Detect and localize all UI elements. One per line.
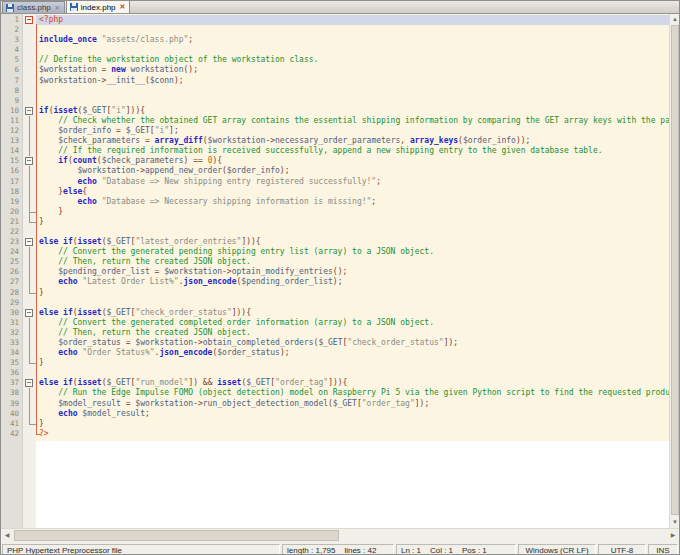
- fold-collapse-icon[interactable]: [23, 15, 36, 25]
- status-doc-type: PHP Hypertext Preprocessor file: [2, 544, 280, 555]
- code-text: $workstation->append_new_order($order_in…: [36, 166, 669, 176]
- fold-collapse-icon[interactable]: [23, 106, 36, 116]
- tab-index.php[interactable]: index.php✕: [66, 0, 131, 13]
- fold-marker: [23, 399, 36, 409]
- code-text: [36, 227, 669, 237]
- line-number: 4: [1, 45, 23, 55]
- active-fold-line: [36, 24, 37, 434]
- code-text: else if(isset($_GET["latest_order_entrie…: [36, 237, 669, 247]
- code-line[interactable]: 17 echo "Database => New shipping entry …: [1, 177, 669, 187]
- code-text: echo $model_result;: [36, 409, 669, 419]
- code-line[interactable]: 11 // Check whether the obtained GET arr…: [1, 116, 669, 126]
- code-line[interactable]: 42?>: [1, 429, 669, 439]
- code-line[interactable]: 1<?php: [1, 15, 669, 25]
- code-line[interactable]: 25 // Then, return the created JSON obje…: [1, 257, 669, 267]
- code-text: ?>: [36, 429, 669, 439]
- line-number: 9: [1, 96, 23, 106]
- code-line[interactable]: 35}: [1, 358, 669, 368]
- tab-bar: class.php✕index.php✕: [1, 1, 679, 14]
- code-line[interactable]: 19 echo "Database => Necessary shipping …: [1, 197, 669, 207]
- close-tab-icon[interactable]: ✕: [55, 4, 60, 11]
- code-text: $workstation = new workstation();: [36, 65, 669, 75]
- code-line[interactable]: 21}: [1, 217, 669, 227]
- code-line[interactable]: 37else if(isset($_GET["run_model"]) && i…: [1, 378, 669, 388]
- code-line[interactable]: 20 }: [1, 207, 669, 217]
- close-tab-icon[interactable]: ✕: [120, 3, 126, 11]
- vertical-scrollbar-thumb[interactable]: [671, 25, 679, 515]
- code-text: $model_result = $workstation->run_object…: [36, 399, 669, 409]
- code-line[interactable]: 10if(isset($_GET["i"])){: [1, 106, 669, 116]
- code-line[interactable]: 33 $order_status = $workstation->obtain_…: [1, 338, 669, 348]
- code-line[interactable]: 16 $workstation->append_new_order($order…: [1, 166, 669, 176]
- fold-marker: [23, 298, 36, 308]
- fold-marker: [23, 25, 36, 35]
- status-bar: PHP Hypertext Preprocessor file length :…: [1, 542, 679, 555]
- code-text: // If the required information is receiv…: [36, 146, 669, 156]
- code-line[interactable]: 5// Define the workstation object of the…: [1, 55, 669, 65]
- code-lines[interactable]: 1<?php23include_once "assets/class.php";…: [1, 15, 669, 439]
- fold-marker: [23, 187, 36, 197]
- code-line[interactable]: 29: [1, 298, 669, 308]
- code-line[interactable]: 24 // Convert the generated pending ship…: [1, 247, 669, 257]
- editor-pane[interactable]: 1<?php23include_once "assets/class.php";…: [1, 14, 679, 528]
- code-line[interactable]: 3include_once "assets/class.php";: [1, 35, 669, 45]
- line-number: 26: [1, 267, 23, 277]
- code-line[interactable]: 6$workstation = new workstation();: [1, 65, 669, 75]
- code-line[interactable]: 34 echo "Order Status%".json_encode($ord…: [1, 348, 669, 358]
- code-line[interactable]: 26 $pending_order_list = $workstation->o…: [1, 267, 669, 277]
- code-line[interactable]: 12 $order_info = $_GET["i"];: [1, 126, 669, 136]
- line-number: 1: [1, 15, 23, 25]
- code-line[interactable]: 39 $model_result = $workstation->run_obj…: [1, 399, 669, 409]
- fold-collapse-icon[interactable]: [23, 378, 36, 388]
- code-line[interactable]: 22: [1, 227, 669, 237]
- fold-marker: [23, 126, 36, 136]
- fold-marker: [23, 177, 36, 187]
- code-text: // Then, return the created JSON object.: [36, 328, 669, 338]
- code-line[interactable]: 13 $check_parameters = array_diff($works…: [1, 136, 669, 146]
- fold-collapse-icon[interactable]: [23, 156, 36, 166]
- line-number: 29: [1, 298, 23, 308]
- vertical-scrollbar[interactable]: ▲ ▼: [669, 14, 679, 528]
- code-line[interactable]: 8: [1, 86, 669, 96]
- code-line[interactable]: 38 // Run the Edge Impulse FOMO (object …: [1, 388, 669, 398]
- tab-class.php[interactable]: class.php✕: [2, 1, 65, 13]
- line-number: 18: [1, 187, 23, 197]
- notepad-window: class.php✕index.php✕ 1<?php23include_onc…: [0, 0, 680, 555]
- line-number: 36: [1, 368, 23, 378]
- code-line[interactable]: 18 }else{: [1, 187, 669, 197]
- active-fold-corner: [36, 434, 41, 435]
- scroll-down-icon[interactable]: ▼: [670, 517, 679, 528]
- code-line[interactable]: 14 // If the required information is rec…: [1, 146, 669, 156]
- fold-marker: [23, 65, 36, 75]
- code-line[interactable]: 36: [1, 368, 669, 378]
- code-text: [36, 96, 669, 106]
- fold-marker: [23, 257, 36, 267]
- code-line[interactable]: 30else if(isset($_GET["check_order_statu…: [1, 308, 669, 318]
- code-line[interactable]: 2: [1, 25, 669, 35]
- code-line[interactable]: 9: [1, 96, 669, 106]
- code-line[interactable]: 41}: [1, 419, 669, 429]
- code-line[interactable]: 23else if(isset($_GET["latest_order_entr…: [1, 237, 669, 247]
- fold-collapse-icon[interactable]: [23, 237, 36, 247]
- horizontal-scrollbar-thumb[interactable]: [14, 530, 339, 541]
- fold-collapse-icon[interactable]: [23, 308, 36, 318]
- scroll-right-icon[interactable]: ▶: [667, 529, 679, 542]
- horizontal-scrollbar[interactable]: ◀ ▶: [1, 528, 679, 542]
- code-line[interactable]: 27 echo "Latest Order List%".json_encode…: [1, 277, 669, 287]
- fold-marker: [23, 419, 36, 429]
- code-line[interactable]: 7$workstation->__init__($conn);: [1, 76, 669, 86]
- code-line[interactable]: 40 echo $model_result;: [1, 409, 669, 419]
- line-number: 11: [1, 116, 23, 126]
- code-line[interactable]: 31 // Convert the generated completed or…: [1, 318, 669, 328]
- code-line[interactable]: 28}: [1, 288, 669, 298]
- scroll-up-icon[interactable]: ▲: [670, 14, 679, 25]
- scroll-left-icon[interactable]: ◀: [1, 529, 13, 542]
- code-line[interactable]: 32 // Then, return the created JSON obje…: [1, 328, 669, 338]
- fold-marker: [23, 338, 36, 348]
- file-saved-icon: [70, 3, 78, 11]
- status-insert-mode: INS: [648, 544, 678, 555]
- fold-marker: [23, 288, 36, 298]
- code-line[interactable]: 15 if(count($check_parameters) == 0){: [1, 156, 669, 166]
- code-line[interactable]: 4: [1, 45, 669, 55]
- fold-marker: [23, 207, 36, 217]
